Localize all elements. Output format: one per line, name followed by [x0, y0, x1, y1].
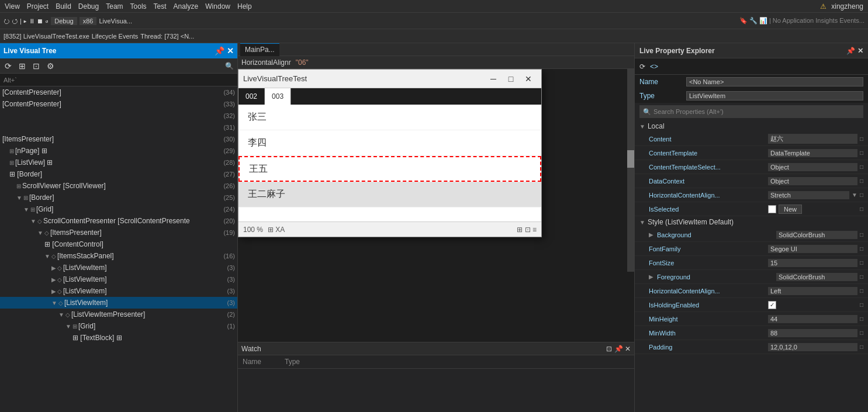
toolbar-icon-2[interactable]: ⊞	[16, 60, 28, 72]
debug-mode[interactable]: Debug	[51, 17, 77, 25]
restore-button[interactable]: □	[503, 71, 519, 87]
right-panel-title: Live Property Explorer	[639, 47, 715, 55]
menu-build[interactable]: Build	[56, 2, 71, 11]
search-properties[interactable]: 🔍 Search Properties (Alt+')	[639, 105, 863, 118]
tree-item[interactable]: ▼ ◇ [ItemsPresenter] (19)	[0, 227, 237, 238]
bottom-icon-xa[interactable]: ⊞ XA	[268, 226, 285, 234]
prop-horizontalcontent[interactable]: HorizontalContentAlign... Stretch ▼ □	[635, 188, 868, 202]
prop-foreground[interactable]: ▶ Foreground SolidColorBrush □	[635, 270, 868, 284]
prop-val[interactable]: DataTemplate	[768, 149, 857, 157]
prop-isselected[interactable]: IsSelected New □	[635, 202, 868, 216]
prop-background[interactable]: ▶ Background SolidColorBrush □	[635, 228, 868, 242]
prop-isholdingenabled[interactable]: IsHoldingEnabled □	[635, 298, 868, 312]
tree-item[interactable]: ▼ ◇ [ListViewItemPresenter] (2)	[0, 309, 237, 320]
prop-horizontalalign[interactable]: HorizontalContentAlign... Left □	[635, 284, 868, 298]
tree-item[interactable]: [ContentPresenter] (34)	[0, 86, 237, 98]
menu-team[interactable]: Team	[106, 2, 123, 11]
tree-item[interactable]: ▼ ⊞ [Border] (25)	[0, 192, 237, 203]
name-value[interactable]: <No Name>	[686, 77, 863, 86]
refresh-icon[interactable]: ⟳	[639, 63, 645, 71]
prop-minwidth[interactable]: MinWidth 88 □	[635, 326, 868, 340]
tree-item[interactable]: (31)	[0, 122, 237, 133]
prop-val[interactable]: SolidColorBrush	[776, 273, 857, 281]
close-button[interactable]: ✕	[520, 71, 537, 87]
close-icon[interactable]: ✕	[227, 46, 234, 56]
lifecycle-btn[interactable]: Lifecycle Events	[92, 33, 138, 40]
prop-fontsize[interactable]: FontSize 15 □	[635, 256, 868, 270]
search-button[interactable]: 🔍	[223, 60, 235, 72]
tree-item[interactable]: ▶ ◇ [ListViewItem] (3)	[0, 285, 237, 297]
tree-item[interactable]: ▼ ⊞ [Grid] (24)	[0, 203, 237, 215]
prop-val[interactable]: 88	[768, 329, 857, 337]
tree-item[interactable]: ⊞ [Border] (27)	[0, 168, 237, 180]
pin-icon-right[interactable]: 📌	[846, 47, 855, 55]
tree-item-selected[interactable]: ▼ ◇ [ListViewItem] (3)	[0, 297, 237, 309]
prop-fontfamily[interactable]: FontFamily Segoe UI □	[635, 242, 868, 256]
tab-003[interactable]: 003	[265, 88, 291, 105]
expand-arrow[interactable]: ▶	[649, 273, 653, 280]
prop-val[interactable]: 12,0,12,0	[768, 343, 857, 351]
prop-val[interactable]: Object	[768, 163, 857, 171]
tree-item[interactable]: [ItemsPresenter] (30)	[0, 133, 237, 145]
prop-val[interactable]: Segoe UI	[768, 245, 857, 253]
list-item-wangwu[interactable]: 王五	[238, 156, 541, 182]
tree-item[interactable]: ⊞ [ListView] ⊞ (28)	[0, 157, 237, 168]
isholdingenabled-checkbox[interactable]	[768, 301, 776, 309]
menu-view[interactable]: View	[5, 2, 20, 11]
tree-item[interactable]: ▶ ◇ [ListViewItem] (3)	[0, 273, 237, 285]
vertical-scrollbar[interactable]	[627, 69, 634, 272]
menu-window[interactable]: Window	[205, 2, 230, 11]
list-item-zhangsan[interactable]: 张三	[238, 105, 541, 130]
menu-help[interactable]: Help	[237, 2, 252, 11]
tab-002[interactable]: 002	[238, 88, 265, 105]
tree-item[interactable]: ▼ ◇ [ItemsStackPanel] (16)	[0, 250, 237, 262]
menu-test[interactable]: Test	[154, 2, 167, 11]
list-item-lisi[interactable]: 李四	[238, 130, 541, 156]
tree-item[interactable]: ▼ ◇ ScrollContentPresenter [ScrollConten…	[0, 215, 237, 227]
prop-val[interactable]: 15	[768, 259, 857, 267]
new-button[interactable]: New	[779, 205, 802, 214]
prop-contenttemplate[interactable]: ContentTemplate DataTemplate □	[635, 146, 868, 160]
toolbar-icon-4[interactable]: ⚙	[44, 60, 56, 72]
prop-val[interactable]: Object	[768, 177, 857, 185]
prop-content[interactable]: Content 赵六 □	[635, 132, 868, 146]
style-section-header[interactable]: ▼ Style (ListViewItem Default)	[635, 216, 868, 228]
prop-val[interactable]: SolidColorBrush	[776, 231, 857, 239]
prop-val[interactable]: 44	[768, 315, 857, 323]
tree-item[interactable]: ⊞ [TextBlock] ⊞	[0, 332, 237, 344]
scrollbar-thumb[interactable]	[627, 150, 634, 168]
local-section-header[interactable]: ▼ Local	[635, 120, 868, 132]
menu-debug[interactable]: Debug	[78, 2, 99, 11]
process-selector[interactable]: [8352] LiveVisualTreeTest.exe	[4, 33, 89, 40]
toolbar-icon-3[interactable]: ⊡	[30, 60, 42, 72]
tree-item[interactable]: ▶ ◇ [ListViewItem] (3)	[0, 262, 237, 273]
menu-analyze[interactable]: Analyze	[174, 2, 199, 11]
tree-item[interactable]: [ContentPresenter] (33)	[0, 98, 237, 110]
list-item-wangermaozi[interactable]: 王二麻子	[238, 182, 541, 207]
minimize-button[interactable]: ─	[485, 71, 502, 87]
close-icon-right[interactable]: ✕	[857, 47, 863, 55]
arch-selector[interactable]: x86	[79, 17, 97, 25]
prop-val[interactable]: 赵六	[768, 134, 857, 144]
prop-val[interactable]: Left	[768, 287, 857, 295]
prop-minheight[interactable]: MinHeight 44 □	[635, 312, 868, 326]
tree-area[interactable]: [ContentPresenter] (34) [ContentPresente…	[0, 86, 237, 412]
tab-mainpage[interactable]: MainPa...	[240, 43, 279, 56]
isselected-checkbox[interactable]	[768, 205, 776, 213]
toolbar-icon-1[interactable]: ⟳	[2, 60, 14, 72]
tree-item[interactable]: ⊞ ScrollViewer [ScrollViewer] (26)	[0, 180, 237, 192]
prop-val[interactable]: Stretch	[768, 191, 849, 199]
prop-datacontext[interactable]: DataContext Object □	[635, 174, 868, 188]
menu-project[interactable]: Project	[27, 2, 49, 11]
prop-padding[interactable]: Padding 12,0,12,0 □	[635, 340, 868, 354]
menu-tools[interactable]: Tools	[130, 2, 147, 11]
dropdown-arrow[interactable]: ▼	[852, 192, 857, 198]
tree-item[interactable]: (32)	[0, 110, 237, 122]
listitem-icon: ◇	[57, 288, 62, 295]
pin-icon[interactable]: 📌	[215, 46, 224, 56]
tree-item[interactable]: ⊞ [ContentControl]	[0, 238, 237, 250]
expand-arrow[interactable]: ▶	[649, 231, 653, 238]
prop-contenttemplateselect[interactable]: ContentTemplateSelect... Object □	[635, 160, 868, 174]
tree-item[interactable]: ▼ ⊞ [Grid] (1)	[0, 320, 237, 332]
tree-item[interactable]: ⊞ [nPage] ⊞ (29)	[0, 145, 237, 157]
